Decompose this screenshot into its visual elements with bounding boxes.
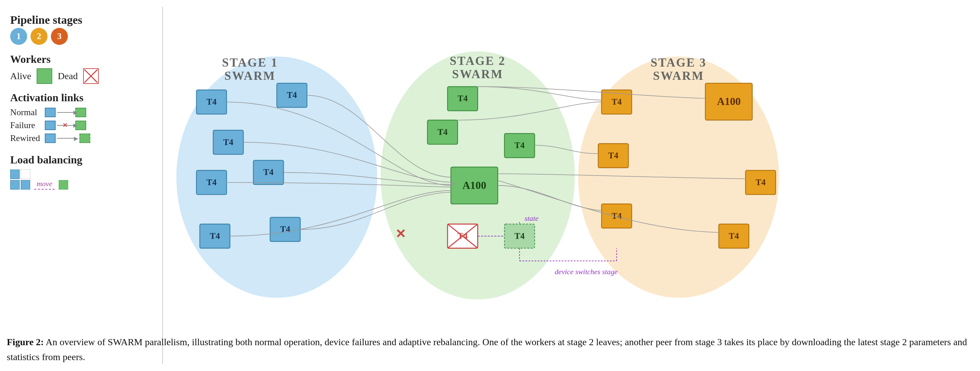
svg-rect-21 bbox=[270, 217, 300, 241]
legend-panel: Pipeline stages 1 2 3 Workers Alive Dead bbox=[7, 7, 163, 364]
svg-text:T4: T4 bbox=[608, 150, 618, 160]
svg-text:T4: T4 bbox=[206, 178, 216, 187]
svg-text:T4: T4 bbox=[756, 178, 765, 187]
svg-text:device switches stage: device switches stage bbox=[555, 268, 618, 276]
lb-cell-1 bbox=[10, 170, 20, 179]
load-balancing-section: Load balancing move bbox=[10, 154, 159, 190]
svg-rect-23 bbox=[448, 86, 478, 111]
link-row-rewired: Rewired ▶ bbox=[10, 133, 159, 143]
svg-text:T4: T4 bbox=[287, 90, 297, 100]
svg-text:T4: T4 bbox=[206, 97, 216, 107]
svg-text:T4: T4 bbox=[611, 97, 622, 107]
svg-text:A100: A100 bbox=[463, 179, 486, 191]
svg-text:T4: T4 bbox=[514, 140, 525, 150]
link-failure-demo: ✕ bbox=[45, 121, 86, 130]
svg-rect-19 bbox=[200, 224, 230, 248]
svg-rect-9 bbox=[196, 90, 227, 114]
mini-box-blue-rewired bbox=[45, 134, 56, 143]
lb-cell-3 bbox=[10, 180, 20, 190]
svg-rect-35 bbox=[504, 224, 535, 248]
mini-box-green-rewired bbox=[80, 134, 90, 143]
arrow-line-rewired bbox=[57, 138, 74, 139]
pipeline-stages-section: Pipeline stages 1 2 3 bbox=[10, 14, 159, 45]
link-failure-label: Failure bbox=[10, 120, 41, 131]
arrow-line-normal bbox=[57, 112, 74, 113]
svg-point-0 bbox=[177, 56, 377, 297]
link-row-normal: Normal bbox=[10, 107, 159, 118]
activation-links-title: Activation links bbox=[10, 91, 159, 104]
svg-text:SWARM: SWARM bbox=[452, 67, 503, 81]
link-row-failure: Failure ✕ bbox=[10, 120, 159, 131]
svg-text:T4: T4 bbox=[280, 224, 290, 234]
svg-rect-39 bbox=[705, 83, 752, 120]
pipeline-stages-row: 1 2 3 bbox=[10, 28, 159, 45]
activation-links-section: Activation links Normal Failure bbox=[10, 91, 159, 146]
lb-cell-4 bbox=[21, 180, 30, 190]
stage-circle-3: 3 bbox=[51, 28, 68, 45]
workers-title: Workers bbox=[10, 53, 159, 66]
svg-rect-17 bbox=[253, 160, 284, 184]
svg-text:A100: A100 bbox=[717, 96, 741, 107]
link-rewired-demo: ▶ bbox=[45, 134, 90, 143]
load-balancing-title: Load balancing bbox=[10, 154, 159, 166]
svg-text:T4: T4 bbox=[457, 93, 468, 103]
svg-point-1 bbox=[381, 51, 575, 299]
lb-grid bbox=[10, 170, 30, 190]
svg-rect-37 bbox=[601, 90, 632, 114]
svg-rect-25 bbox=[428, 120, 458, 144]
load-balancing-demo: move bbox=[10, 170, 159, 190]
move-label: move bbox=[37, 179, 52, 188]
diagram-area: STAGE 1 SWARM STAGE 2 SWARM STAGE 3 SWAR… bbox=[170, 7, 973, 364]
svg-rect-15 bbox=[196, 171, 227, 195]
svg-rect-47 bbox=[719, 224, 749, 248]
arrow-normal bbox=[57, 112, 74, 113]
caption-area: Figure 2: An overview of SWARM paralleli… bbox=[7, 335, 973, 364]
x-mark-failure: ✕ bbox=[62, 122, 68, 129]
svg-rect-31 bbox=[448, 224, 478, 248]
lb-cell-2 bbox=[21, 170, 30, 179]
svg-rect-41 bbox=[598, 144, 628, 168]
svg-text:state: state bbox=[525, 214, 539, 222]
link-normal-label: Normal bbox=[10, 107, 41, 118]
svg-text:SWARM: SWARM bbox=[224, 69, 275, 83]
caption-text: An overview of SWARM parallelism, illust… bbox=[7, 337, 967, 362]
svg-rect-29 bbox=[451, 167, 498, 204]
svg-text:T4: T4 bbox=[438, 127, 448, 137]
svg-text:T4: T4 bbox=[729, 231, 739, 241]
dead-label: Dead bbox=[58, 71, 78, 82]
svg-rect-45 bbox=[746, 171, 776, 195]
arrow-failure: ✕ bbox=[57, 125, 74, 126]
diagram-svg: STAGE 1 SWARM STAGE 2 SWARM STAGE 3 SWAR… bbox=[170, 7, 973, 364]
lb-arrow-dashed bbox=[34, 189, 55, 190]
svg-text:✕: ✕ bbox=[395, 227, 406, 241]
svg-text:STAGE 1: STAGE 1 bbox=[222, 56, 278, 69]
svg-rect-27 bbox=[504, 134, 535, 158]
figure-label: Figure 2: bbox=[7, 337, 44, 347]
mini-box-blue-normal bbox=[45, 108, 56, 117]
alive-dead-row: Alive Dead bbox=[10, 68, 159, 84]
svg-text:SWARM: SWARM bbox=[653, 69, 704, 83]
link-rewired-label: Rewired bbox=[10, 133, 41, 143]
workers-section: Workers Alive Dead bbox=[10, 53, 159, 84]
alive-icon bbox=[37, 68, 52, 84]
link-normal-demo bbox=[45, 108, 86, 117]
svg-marker-49 bbox=[450, 182, 454, 186]
svg-line-33 bbox=[448, 224, 478, 248]
svg-rect-43 bbox=[601, 204, 632, 228]
svg-line-34 bbox=[448, 224, 478, 248]
stage-circle-1: 1 bbox=[10, 28, 27, 45]
arrow-rewired: ▶ bbox=[57, 135, 78, 142]
svg-text:T4: T4 bbox=[457, 231, 468, 241]
pipeline-stages-title: Pipeline stages bbox=[10, 14, 159, 27]
dead-icon bbox=[83, 68, 99, 84]
svg-text:STAGE 2: STAGE 2 bbox=[450, 54, 506, 67]
svg-text:STAGE 3: STAGE 3 bbox=[651, 56, 706, 69]
svg-text:T4: T4 bbox=[223, 137, 234, 147]
svg-rect-13 bbox=[213, 130, 243, 154]
svg-point-2 bbox=[578, 56, 779, 297]
mini-box-blue-failure bbox=[45, 121, 56, 130]
svg-text:T4: T4 bbox=[263, 167, 274, 177]
svg-rect-11 bbox=[277, 83, 307, 107]
svg-text:T4: T4 bbox=[611, 211, 622, 221]
mini-box-green-sm bbox=[59, 180, 68, 190]
